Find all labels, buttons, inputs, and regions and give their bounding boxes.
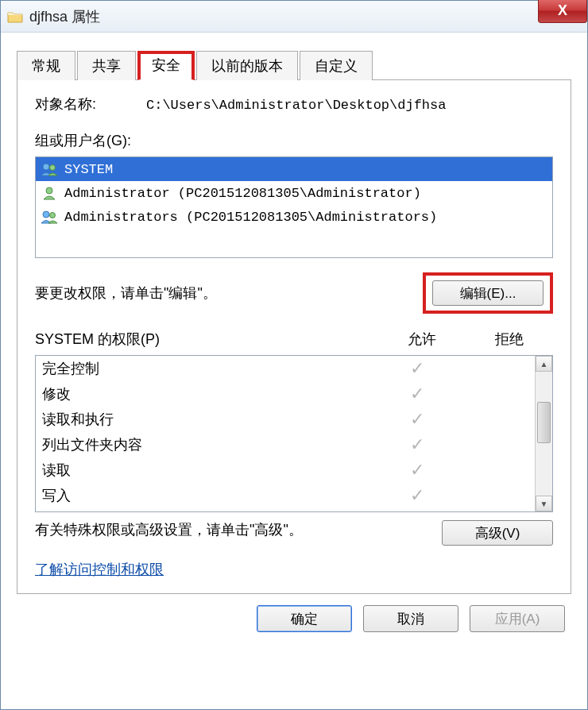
permission-row: 写入 [36, 483, 535, 508]
groups-label: 组或用户名(G): [35, 131, 553, 150]
object-path: C:\Users\Administrator\Desktop\djfhsa [146, 98, 446, 113]
scroll-down-icon[interactable]: ▼ [536, 496, 552, 511]
security-panel: 对象名称: C:\Users\Administrator\Desktop\djf… [17, 79, 571, 594]
check-icon [377, 384, 457, 404]
svg-point-2 [46, 187, 52, 194]
check-icon [377, 358, 457, 379]
permission-name: 读取 [42, 461, 377, 480]
properties-dialog: djfhsa 属性 X 常规 共享 安全 以前的版本 自定义 对象名称: C:\… [0, 0, 588, 710]
advanced-button[interactable]: 高级(V) [442, 520, 553, 546]
dialog-body: 常规 共享 安全 以前的版本 自定义 对象名称: C:\Users\Admini… [1, 33, 587, 642]
help-link[interactable]: 了解访问控制和权限 [35, 560, 164, 579]
tab-general[interactable]: 常规 [17, 51, 75, 80]
permission-name: 写入 [42, 486, 377, 505]
list-item[interactable]: Administrator (PC201512081305\Administra… [36, 181, 552, 205]
scrollbar[interactable]: ▲ ▼ [535, 356, 552, 511]
svg-point-0 [43, 164, 49, 170]
permission-row: 修改 [36, 381, 535, 407]
edit-hint: 要更改权限，请单击"编辑"。 [35, 284, 217, 303]
scroll-track[interactable] [536, 372, 552, 496]
permission-row: 列出文件夹内容 [36, 432, 535, 457]
groups-listbox[interactable]: SYSTEM Administrator (PC201512081305\Adm… [35, 156, 553, 258]
permission-name: 完全控制 [42, 359, 377, 378]
object-name-label: 对象名称: [35, 95, 146, 114]
object-name-row: 对象名称: C:\Users\Administrator\Desktop\djf… [35, 95, 553, 114]
permission-row: 读取和执行 [36, 407, 535, 432]
tab-security[interactable]: 安全 [137, 51, 195, 80]
list-item-label: SYSTEM [64, 162, 113, 177]
perm-header-name: SYSTEM 的权限(P) [35, 330, 378, 349]
group-icon [41, 162, 58, 176]
perm-header-deny: 拒绝 [466, 330, 553, 349]
tab-custom[interactable]: 自定义 [300, 51, 373, 80]
tab-sharing[interactable]: 共享 [77, 51, 136, 80]
folder-icon [7, 10, 23, 23]
permissions-content[interactable]: 完全控制 修改 读取和执行 列出文件夹内 [36, 356, 535, 511]
advanced-row: 有关特殊权限或高级设置，请单击"高级"。 高级(V) [35, 520, 553, 546]
permission-name: 读取和执行 [42, 410, 377, 429]
edit-button[interactable]: 编辑(E)... [432, 280, 544, 306]
svg-point-1 [50, 165, 56, 171]
permission-name: 列出文件夹内容 [42, 435, 377, 454]
permission-row: 完全控制 [36, 356, 535, 381]
tab-strip: 常规 共享 安全 以前的版本 自定义 [17, 50, 571, 79]
check-icon [377, 460, 457, 480]
permission-name: 修改 [42, 384, 377, 403]
permission-row: 读取 [36, 457, 535, 483]
user-icon [41, 186, 58, 200]
list-item[interactable]: Administrators (PC201512081305\Administr… [36, 205, 552, 229]
edit-highlight: 编辑(E)... [423, 272, 553, 314]
close-button[interactable]: X [538, 0, 587, 23]
close-icon: X [558, 2, 567, 19]
advanced-hint: 有关特殊权限或高级设置，请单击"高级"。 [35, 520, 303, 540]
group-icon [41, 210, 58, 224]
scroll-thumb[interactable] [537, 402, 551, 443]
permissions-listbox: 完全控制 修改 读取和执行 列出文件夹内 [35, 355, 553, 512]
perm-header-allow: 允许 [378, 330, 466, 349]
check-icon [377, 485, 457, 506]
check-icon [377, 409, 457, 430]
svg-point-3 [43, 211, 49, 218]
permissions-header: SYSTEM 的权限(P) 允许 拒绝 [35, 330, 553, 349]
ok-button[interactable]: 确定 [257, 605, 352, 632]
svg-point-4 [50, 213, 56, 218]
tab-previous-versions[interactable]: 以前的版本 [196, 51, 298, 80]
list-item-label: Administrator (PC201512081305\Administra… [64, 186, 421, 201]
check-icon [377, 434, 457, 455]
cancel-button[interactable]: 取消 [363, 605, 458, 632]
dialog-buttons: 确定 取消 应用(A) [17, 594, 571, 632]
list-item-label: Administrators (PC201512081305\Administr… [64, 210, 437, 225]
window-title: djfhsa 属性 [29, 7, 100, 26]
edit-row: 要更改权限，请单击"编辑"。 编辑(E)... [35, 272, 553, 314]
apply-button[interactable]: 应用(A) [470, 605, 565, 632]
list-item[interactable]: SYSTEM [36, 157, 552, 181]
scroll-up-icon[interactable]: ▲ [536, 356, 552, 372]
titlebar[interactable]: djfhsa 属性 X [1, 1, 587, 33]
